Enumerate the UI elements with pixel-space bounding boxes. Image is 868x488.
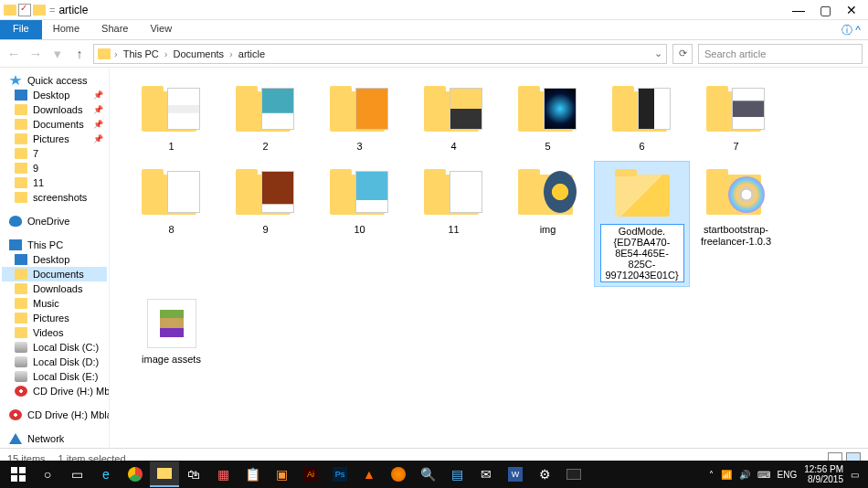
file-tab[interactable]: File [0,20,42,39]
photoshop-icon[interactable]: Ps [325,461,355,487]
item-thumbnail [516,165,580,220]
sidebar-item[interactable]: Pictures📌 [2,132,107,146]
sidebar-item[interactable]: Local Disk (C:) [2,340,107,355]
tray-clock[interactable]: 12:56 PM 8/9/2015 [804,464,843,484]
app-icon-4[interactable]: 🔍 [413,461,442,487]
sidebar-icon [9,216,22,227]
sidebar-item[interactable]: Music [2,296,107,311]
tab-share[interactable]: Share [90,20,139,39]
breadcrumb-article[interactable]: article [237,48,267,59]
pin-icon: 📌 [93,105,103,114]
sidebar-item[interactable]: Network [2,431,107,446]
app-icon-6[interactable]: ✉ [471,461,501,487]
file-item[interactable]: startbootstrap-freelancer-1.0.3 [689,162,783,286]
breadcrumb-documents[interactable]: Documents [171,48,226,59]
app-icon-2[interactable]: 📋 [238,461,267,487]
sidebar-item-label: Desktop [33,254,69,265]
minimize-button[interactable]: — [792,3,805,17]
edge-icon[interactable]: e [91,461,121,487]
file-item[interactable]: image assets [124,292,218,369]
file-item[interactable]: 7 [689,79,783,156]
sidebar-item[interactable]: OneDrive [2,214,107,228]
sidebar-item[interactable]: 7 [2,146,107,161]
rename-input[interactable]: GodMode.{ED7BA470-8E54-465E-825C-9971204… [600,224,684,282]
sidebar-item[interactable]: Documents📌 [2,117,107,132]
tray-lang[interactable]: ENG [778,470,798,480]
tray-volume-icon[interactable]: 🔊 [739,470,750,480]
word-icon[interactable]: W [501,461,530,487]
item-label: img [540,224,556,236]
file-item[interactable]: GodMode.{ED7BA470-8E54-465E-825C-9971204… [595,162,689,286]
sidebar-item[interactable]: CD Drive (H:) Mblaze [2,408,107,422]
tray-network-icon[interactable]: 📶 [721,470,732,480]
firefox-icon[interactable] [384,461,413,487]
file-item[interactable]: 6 [595,79,689,156]
task-view-icon[interactable]: ▭ [62,461,91,487]
tray-up-icon[interactable]: ˄ [709,470,714,480]
cmd-icon[interactable] [559,461,588,487]
file-item[interactable]: 1 [124,79,218,156]
tray-input-icon[interactable]: ⌨ [757,470,770,480]
start-button[interactable] [4,461,33,487]
address-bar[interactable]: › This PC › Documents › article ⌄ [93,44,667,64]
qat-properties-icon[interactable] [18,4,31,16]
app-icon-5[interactable]: ▤ [442,461,471,487]
svg-rect-1 [19,467,26,473]
file-item[interactable]: 5 [501,79,595,156]
explorer-icon[interactable] [150,461,179,487]
qat-separator: = [49,5,55,16]
tab-view[interactable]: View [139,20,183,39]
sidebar-item[interactable]: Documents [2,267,107,281]
sidebar-item[interactable]: Downloads📌 [2,102,107,117]
action-center-icon[interactable]: ▭ [851,470,859,480]
sidebar-item[interactable]: This PC [2,238,107,252]
ribbon-help-icon[interactable]: ⓘ ^ [834,20,868,39]
nav-recent-dropdown[interactable]: ▾ [49,46,66,62]
cortana-icon[interactable]: ○ [33,461,62,487]
item-label: 4 [450,141,456,153]
file-item[interactable]: 3 [312,79,407,156]
sidebar-item[interactable]: Pictures [2,311,107,325]
file-item[interactable]: 11 [407,162,501,286]
vlc-icon[interactable]: ▲ [355,461,384,487]
file-item[interactable]: 9 [218,162,312,286]
app-icon-1[interactable]: ▦ [208,461,238,487]
file-item[interactable]: 4 [407,79,501,156]
search-input[interactable]: Search article [698,44,863,64]
file-item[interactable]: img [501,162,595,286]
sidebar-item[interactable]: Local Disk (E:) [2,369,107,384]
sidebar-item[interactable]: CD Drive (H:) Mblaze [2,384,107,398]
nav-up-button[interactable]: ↑ [71,47,88,61]
items-view[interactable]: 1234567891011imgGodMode.{ED7BA470-8E54-4… [110,68,868,448]
svg-rect-0 [11,467,17,473]
illustrator-icon[interactable]: Ai [296,461,325,487]
sidebar-item[interactable]: Videos [2,325,107,340]
close-button[interactable]: ✕ [846,3,857,17]
sidebar-item[interactable]: Desktop📌 [2,88,107,102]
sidebar-item[interactable]: 11 [2,175,107,190]
nav-back-button[interactable]: ← [5,46,22,61]
tab-home[interactable]: Home [42,20,90,39]
sidebar-item[interactable]: Quick access [2,73,107,88]
store-icon[interactable]: 🛍 [179,461,208,487]
address-dropdown-icon[interactable]: ⌄ [654,48,662,59]
file-item[interactable]: 8 [124,162,218,286]
sidebar-item[interactable]: screenshots [2,190,107,205]
app-icon-3[interactable]: ▣ [267,461,296,487]
qat-newfolder-icon[interactable] [33,5,46,16]
item-thumbnail [704,165,768,220]
sidebar-item[interactable]: Desktop [2,252,107,267]
sidebar-item[interactable]: Local Disk (D:) [2,355,107,369]
refresh-button[interactable]: ⟳ [672,44,693,64]
nav-forward-button[interactable]: → [27,46,44,61]
sidebar-item[interactable]: 9 [2,161,107,175]
item-label: 7 [733,141,738,153]
item-label: 1 [168,141,174,153]
file-item[interactable]: 10 [312,162,407,286]
maximize-button[interactable]: ▢ [820,3,831,17]
sidebar-item[interactable]: Downloads [2,281,107,296]
breadcrumb-thispc[interactable]: This PC [122,48,161,59]
app-icon-7[interactable]: ⚙ [530,461,559,487]
file-item[interactable]: 2 [218,79,312,156]
chrome-icon[interactable] [121,461,150,487]
